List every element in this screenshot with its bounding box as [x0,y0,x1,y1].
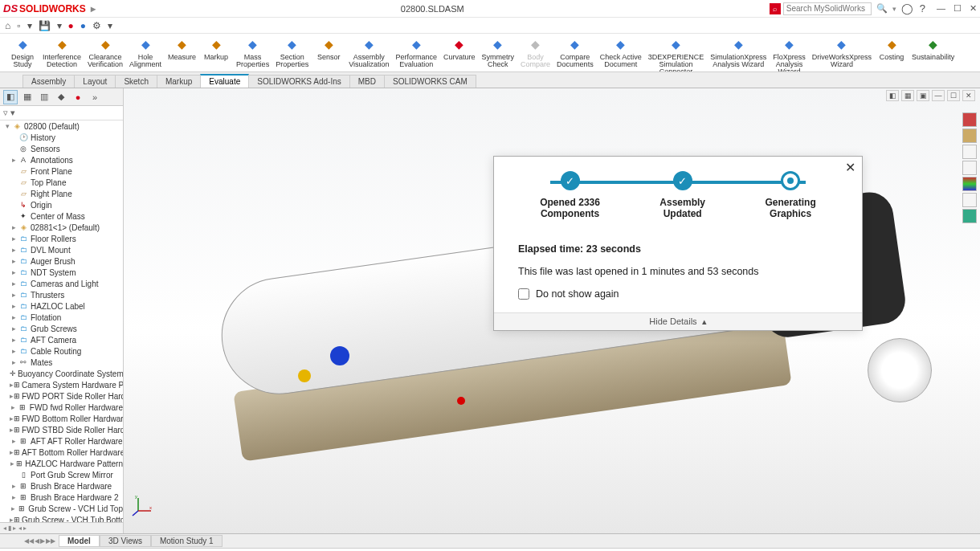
do-not-show-checkbox[interactable]: Do not show again [518,288,838,300]
tree-more-icon[interactable]: » [88,90,102,104]
ribbon-item[interactable]: ◆Performance Evaluation [394,35,440,68]
viewport-min-icon[interactable]: — [932,90,945,101]
viewport-btn[interactable]: ◧ [886,90,899,101]
tree-item[interactable]: ▸🗀HAZLOC Label [0,300,123,312]
home-icon[interactable]: ⌂ [5,20,10,31]
ribbon-item[interactable]: ◆Design Study [6,35,39,68]
do-not-show-input[interactable] [518,288,529,300]
user-icon[interactable]: ◯ [901,2,913,14]
ribbon-item[interactable]: ◆Symmetry Check [480,35,517,68]
ribbon-item[interactable]: ◆Clearance Verification [85,35,125,68]
tree-item[interactable]: ▸⊞HAZLOC Hardware Pattern [0,458,123,469]
taskpane-appearances-icon[interactable] [962,177,977,191]
ribbon-item[interactable]: ◆Markup [200,35,232,61]
tree-item[interactable]: ▸🗀AFT Camera [0,334,123,345]
tree-item[interactable]: ▸🗀Auger Brush [0,255,123,267]
tree-item[interactable]: ▸⊞Camera System Hardware Pattern [0,379,123,390]
ribbon-item[interactable]: ◆Sensor [312,35,345,61]
ribbon-item[interactable]: ◆3DEXPERIENCE Simulation Connector [646,35,707,72]
ribbon-item[interactable]: ◆Hole Alignment [127,35,164,68]
new-icon[interactable]: ▫ [17,20,20,31]
tree-item[interactable]: ▸⊞Grub Screw - VCH Tub Bottom [0,514,123,522]
ribbon-item[interactable]: ◆Section Properties [273,35,311,68]
motion-tab[interactable]: Model [59,535,100,547]
tree-root[interactable]: ▾◈ 02800 (Default) [0,120,123,132]
command-tab[interactable]: Assembly [22,75,75,88]
tree-item[interactable]: ▸🗀Flotation [0,312,123,323]
search-input[interactable] [783,2,872,15]
tree-item[interactable]: ▱Top Plane [0,177,123,188]
tree-filter[interactable]: ▿ ▾ [0,106,123,120]
motion-tab[interactable]: 3D Views [100,535,151,547]
taskpane-resources-icon[interactable] [962,112,977,127]
tree-item[interactable]: ▸⊞FWD PORT Side Roller Hardware [0,390,123,402]
dim-xpert-tab-icon[interactable]: ◆ [54,90,68,104]
command-tab[interactable]: SOLIDWORKS CAM [384,75,476,88]
tree-item[interactable]: ▸⊞AFT AFT Roller Hardware [0,435,123,447]
viewport-btn[interactable]: ▦ [901,90,914,101]
tree-item[interactable]: ▱Front Plane [0,165,123,177]
tree-item[interactable]: ▸🗀Cable Routing [0,345,123,357]
tree-item[interactable]: ▸🗀NDT System [0,267,123,278]
tree-item[interactable]: ▸🗀Floor Rollers [0,233,123,244]
tree-item[interactable]: ▸🗀Cameras and Light [0,278,123,289]
tree-item[interactable]: ▸🗀Grub Screws [0,323,123,334]
tree-item[interactable]: 🕑History [0,132,123,143]
tree-item[interactable]: ▸⊞AFT Bottom Roller Hardware HD [0,447,123,458]
command-tab[interactable]: SOLIDWORKS Add-Ins [248,75,349,88]
tree-item[interactable]: ▸⊞FWD Bottom Roller Hardware [0,413,123,424]
tree-item[interactable]: ▸⊞FWD STBD Side Roller Hardware [0,424,123,435]
tree-item[interactable]: ✛Buoyancy Coordinate System +X [0,368,123,379]
open-icon[interactable]: ▾ [27,20,32,31]
ribbon-item[interactable]: ◆Interference Detection [40,35,84,68]
save-icon[interactable]: 💾 [39,20,51,31]
taskpane-file-explorer-icon[interactable] [962,145,977,159]
ribbon-item[interactable]: ◆Costing [876,35,908,61]
ribbon-item[interactable]: ◆Measure [165,35,198,61]
options-icon[interactable]: ● [80,20,86,31]
tree-item[interactable]: ▸⊞FWD fwd Roller Hardware [0,402,123,413]
command-tab[interactable]: Layout [74,75,116,88]
search-icon[interactable]: 🔍 [876,3,888,14]
feature-manager-tab-icon[interactable]: ◧ [3,90,18,104]
taskpane-custom-props-icon[interactable] [962,193,977,207]
tree-item[interactable]: ▸⊞Brush Brace Hardware [0,480,123,492]
ribbon-item[interactable]: ◆Compare Documents [554,35,596,68]
configuration-manager-tab-icon[interactable]: ▥ [37,90,51,104]
tree-item[interactable]: ▸🗀Thrusters [0,289,123,300]
ribbon-item[interactable]: ◆Curvature [441,35,478,61]
command-tab[interactable]: MBD [349,75,385,88]
feature-tree[interactable]: ▾◈ 02800 (Default) 🕑History◎Sensors▸AAnn… [0,120,123,522]
tree-item[interactable]: ▸⚯Mates [0,357,123,368]
command-tab[interactable]: Sketch [115,75,157,88]
help-icon[interactable]: ? [920,2,925,14]
viewport-btn[interactable]: ▣ [917,90,929,101]
rebuild-icon[interactable]: ● [68,20,74,31]
tree-item[interactable]: ▸AAnnotations [0,154,123,165]
motion-tab[interactable]: Motion Study 1 [151,535,223,547]
taskpane-design-library-icon[interactable] [962,129,977,143]
tree-item[interactable]: ▸🗀DVL Mount [0,244,123,255]
property-manager-tab-icon[interactable]: ▦ [20,90,35,104]
minimize-icon[interactable]: — [937,3,945,14]
command-tab[interactable]: Evaluate [200,74,249,88]
tree-item[interactable]: ◎Sensors [0,143,123,154]
graphics-viewport[interactable]: ◧ ▦ ▣ — ☐ ✕ square ⤢ ROBOT [124,88,980,533]
tree-item[interactable]: ▯Port Grub Screw Mirror [0,469,123,480]
maximize-icon[interactable]: ☐ [953,3,962,14]
viewport-close-icon[interactable]: ✕ [962,90,975,101]
tree-item[interactable]: ▸⊞Grub Screw - VCH Lid Top [0,503,123,514]
ribbon-item[interactable]: ◆Assembly Visualization [346,35,391,68]
tree-scrollbar[interactable]: ◂ ▮ ▸ ◂ ▸ [0,522,123,533]
taskpane-forum-icon[interactable] [962,209,977,223]
print-icon[interactable]: ▾ [57,20,62,31]
tree-item[interactable]: ▸◈02881<1> (Default) [0,222,123,233]
ribbon-item[interactable]: ◆SimulationXpress Analysis Wizard [708,35,769,68]
ribbon-item[interactable]: ◆Sustainability [909,35,957,61]
orientation-triad-icon[interactable]: x y [132,493,156,517]
ribbon-item[interactable]: ◆FloXpress Analysis Wizard [770,35,808,72]
tree-item[interactable]: ✦Center of Mass [0,210,123,222]
taskpane-view-palette-icon[interactable] [962,161,977,175]
hide-details-button[interactable]: Hide Details ▴ [494,312,862,330]
tree-item[interactable]: ▱Right Plane [0,188,123,199]
